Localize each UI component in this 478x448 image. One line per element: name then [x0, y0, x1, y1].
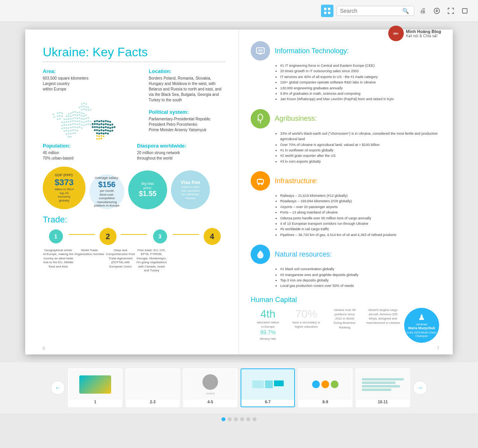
trade-label-2: World Trade Organization member [74, 248, 105, 273]
svg-point-84 [68, 133, 70, 135]
nature-bullet: #1 black soil concentration globally [280, 266, 439, 272]
download-button[interactable] [431, 5, 442, 16]
svg-point-82 [77, 130, 79, 132]
hc-chess-sub: is the 2015 World Chess Champion [406, 331, 437, 338]
agri-title: Agribusiness: [275, 115, 317, 123]
thumbnail-strip: ← 1 2-3 content 4-5 [0, 362, 478, 413]
svg-point-106 [57, 115, 59, 117]
search-input[interactable] [340, 8, 402, 14]
svg-point-10 [74, 111, 76, 113]
svg-point-49 [87, 120, 89, 122]
bigmac-circle: Big Macprice: $1.55 [128, 170, 167, 209]
svg-point-146 [103, 130, 105, 132]
svg-point-36 [87, 117, 89, 119]
svg-point-78 [68, 130, 70, 132]
shrink-button[interactable] [459, 5, 470, 16]
svg-point-150 [112, 130, 113, 132]
thumb-4-5[interactable]: content 4-5 [183, 368, 237, 407]
infra-bullet: Roadways – 169,694 kilometers (#29 globa… [280, 198, 439, 204]
svg-point-9 [72, 111, 74, 113]
dot-1[interactable] [222, 417, 225, 421]
location-label: Location: [149, 68, 225, 74]
svg-point-11 [77, 112, 79, 114]
svg-point-48 [85, 121, 87, 123]
nature-section: Natural resources: #1 black soil concent… [251, 245, 439, 289]
agri-bullet: #1 in sunflower oil exports globally [280, 148, 439, 153]
svg-point-132 [94, 126, 96, 128]
svg-point-45 [79, 120, 80, 122]
thumb-2-3[interactable]: 2-3 [126, 368, 180, 407]
trade-circle-3: 3 [153, 229, 167, 243]
svg-point-112 [53, 116, 55, 118]
infra-bullet: Ports – 13 along mainland of Ukraine [280, 210, 439, 215]
salary-value: $156 [98, 180, 116, 189]
it-bullet: 130,000 engineering graduates annually [280, 85, 439, 91]
svg-point-81 [74, 129, 76, 131]
prev-button[interactable]: ← [51, 381, 65, 395]
svg-point-66 [61, 128, 63, 130]
trade-circle-4: 4 [204, 228, 221, 245]
svg-point-13 [81, 112, 83, 114]
thumb-1-label: 1 [94, 400, 96, 404]
thumb-1[interactable]: 1 [68, 368, 122, 407]
svg-point-38 [63, 122, 65, 123]
svg-point-128 [107, 123, 109, 125]
svg-point-51 [61, 125, 63, 127]
thumb-6-7[interactable]: 6-7 [241, 368, 295, 407]
salary-circle: Average salary: $156 per monthMost cost-… [89, 174, 124, 209]
svg-point-148 [107, 130, 109, 132]
infra-bullet: #5 worldwide in rail cargo traffic [280, 226, 439, 232]
trade-connector-3 [173, 234, 199, 235]
infra-bullet: 4 of 10 European transport corridors run… [280, 221, 439, 226]
search-wrapper: 🔍 [337, 6, 414, 16]
svg-point-61 [83, 125, 85, 127]
trade-section: Trade: 1 2 3 4 [43, 215, 225, 273]
dot-4[interactable] [240, 417, 244, 421]
svg-point-69 [68, 127, 70, 129]
trade-node-4: 4 [199, 228, 225, 245]
svg-point-111 [52, 114, 54, 116]
fullscreen-button[interactable] [445, 5, 456, 16]
print-button[interactable]: 🖨 [417, 5, 428, 16]
infra-bullets: Railways – 21,619 kilometers (#12 global… [275, 193, 439, 238]
trade-circle-2: 2 [99, 228, 117, 245]
grid-view-button[interactable] [321, 5, 333, 17]
dot-3[interactable] [234, 417, 238, 421]
svg-point-155 [105, 132, 107, 134]
dot-6[interactable] [253, 417, 256, 421]
svg-point-124 [98, 123, 100, 125]
dot-2[interactable] [228, 417, 232, 421]
search-icon[interactable]: 🔍 [402, 8, 409, 14]
thumb-8-9[interactable]: 8-9 [298, 368, 352, 407]
svg-point-121 [92, 123, 94, 125]
svg-point-26 [66, 118, 68, 120]
svg-point-114 [96, 120, 98, 122]
svg-point-62 [85, 123, 87, 125]
svg-point-52 [63, 124, 65, 126]
svg-point-117 [103, 120, 105, 122]
svg-point-63 [87, 123, 89, 125]
watermark-blog-name: Minh Hoàng Blog [406, 29, 441, 34]
svg-point-77 [66, 130, 68, 132]
svg-point-96 [83, 108, 85, 110]
svg-point-119 [107, 120, 109, 122]
svg-point-53 [66, 124, 68, 126]
nature-icon [251, 245, 270, 264]
next-button[interactable]: → [413, 381, 427, 395]
agri-bullets: 33% of world's black-earth soil ("chorno… [275, 131, 439, 164]
dot-5[interactable] [246, 417, 250, 421]
agri-bullet: Over 70% of Ukraine is agricultural land… [280, 142, 439, 148]
svg-point-140 [112, 127, 113, 128]
trade-title: Trade: [43, 215, 225, 225]
svg-point-46 [81, 121, 83, 123]
svg-point-101 [83, 102, 85, 104]
svg-point-59 [79, 123, 80, 125]
bigmac-value: $1.55 [139, 190, 156, 198]
trade-connector-1 [69, 234, 95, 235]
svg-point-67 [63, 127, 65, 129]
svg-point-158 [98, 135, 100, 137]
trade-label-4: Free trade: EU, CIS, EFTA, FYROM, Georgi… [136, 248, 167, 273]
thumb-10-11[interactable]: 10-11 [356, 368, 410, 407]
infra-bullet: Railways – 21,619 kilometers (#12 global… [280, 193, 439, 198]
svg-point-47 [83, 122, 85, 123]
